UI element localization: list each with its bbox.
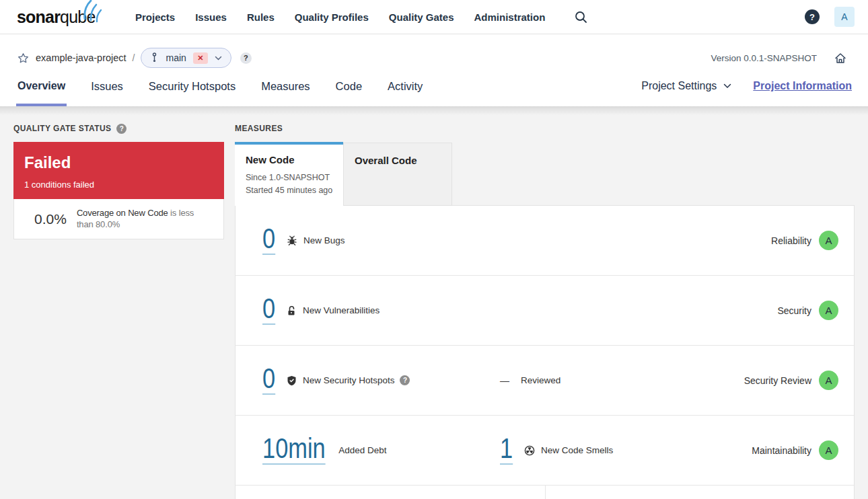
breadcrumb-project-link[interactable]: example-java-project [36, 52, 126, 63]
new-security-hotspots-label: New Security Hotspots [303, 375, 395, 385]
duplications-cell [546, 486, 854, 499]
branch-icon [150, 52, 159, 63]
chevron-down-icon [723, 83, 731, 89]
sonarqube-logo[interactable]: sonarqube [17, 7, 135, 27]
project-tabs: Overview Issues Security Hotspots Measur… [16, 80, 424, 106]
project-header: example-java-project / main ✕ ? Version … [0, 34, 868, 106]
overview-content: QUALITY GATE STATUS ? Failed 1 condition… [0, 106, 868, 499]
branch-help-icon[interactable]: ? [240, 52, 252, 64]
tab-new-code[interactable]: New Code Since 1.0-SNAPSHOT Started 45 m… [235, 142, 343, 206]
tab-overview[interactable]: Overview [16, 80, 67, 106]
new-vulnerabilities-label: New Vulnerabilities [303, 305, 379, 315]
tab-activity[interactable]: Activity [386, 80, 424, 106]
measure-row-bugs: 0 New Bugs Reliability A [236, 206, 854, 276]
quality-gate-section-title: QUALITY GATE STATUS ? [13, 124, 224, 132]
tab-measures[interactable]: Measures [260, 80, 311, 106]
new-code-smells-count-link[interactable]: 1 [500, 436, 513, 465]
added-debt-link[interactable]: 10min [262, 436, 326, 465]
reviewed-value: — [500, 375, 509, 386]
maintainability-label: Maintainability [752, 445, 811, 456]
branch-name: main [166, 52, 186, 63]
quality-gate-help-icon[interactable]: ? [116, 124, 126, 134]
quality-gate-card: Failed 1 conditions failed 0.0% Coverage… [13, 142, 224, 239]
nav-item-administration[interactable]: Administration [474, 11, 546, 23]
security-review-rating-badge[interactable]: A [819, 371, 838, 390]
home-icon[interactable] [834, 52, 846, 64]
measures-section-title: MEASURES [235, 124, 855, 132]
logo-swoosh-icon [83, 0, 103, 24]
search-button[interactable] [575, 11, 587, 24]
top-navigation: sonarqube Projects Issues Rules Quality … [0, 0, 868, 34]
measure-row-vulnerabilities: 0 New Vulnerabilities Security A [236, 276, 854, 346]
breadcrumb-separator: / [133, 52, 135, 63]
reliability-rating-badge[interactable]: A [819, 231, 838, 250]
security-label: Security [777, 305, 811, 316]
branch-selector[interactable]: main ✕ [141, 48, 231, 68]
new-security-hotspots-count-link[interactable]: 0 [262, 366, 275, 395]
nav-item-quality-gates[interactable]: Quality Gates [389, 11, 454, 23]
shield-icon [287, 375, 297, 386]
search-icon [575, 11, 587, 24]
branch-failed-badge: ✕ [193, 52, 208, 64]
code-smell-icon [524, 445, 535, 456]
hotspots-help-icon[interactable]: ? [400, 375, 410, 385]
quality-gate-conditions-summary: 1 conditions failed [24, 180, 213, 190]
condition-description: Coverage on New Code is less than 80.0% [77, 208, 213, 230]
chevron-down-icon [215, 56, 222, 61]
condition-value: 0.0% [34, 211, 67, 227]
nav-item-quality-profiles[interactable]: Quality Profiles [295, 11, 369, 23]
help-icon[interactable]: ? [805, 9, 820, 24]
tab-security-hotspots[interactable]: Security Hotspots [147, 80, 237, 106]
breadcrumb: example-java-project / main ✕ ? Version … [17, 48, 852, 68]
new-code-smells-label: New Code Smells [541, 445, 613, 455]
measure-row-maintainability: 10min Added Debt 1 New Code Smells [236, 416, 854, 486]
lock-open-icon [287, 305, 297, 316]
measures-panel: 0 New Bugs Reliability A [235, 205, 855, 499]
nav-menu: Projects Issues Rules Quality Profiles Q… [135, 11, 545, 23]
coverage-cell [236, 486, 546, 499]
measures-tabs: New Code Since 1.0-SNAPSHOT Started 45 m… [235, 142, 855, 206]
reviewed-label: Reviewed [521, 375, 560, 385]
tab-issues[interactable]: Issues [89, 80, 124, 106]
project-information-link[interactable]: Project Information [753, 80, 852, 92]
nav-item-projects[interactable]: Projects [135, 11, 175, 23]
security-review-label: Security Review [744, 375, 811, 386]
security-rating-badge[interactable]: A [819, 301, 838, 320]
project-version: Version 0.0.1-SNAPSHOT [711, 53, 817, 63]
added-debt-label: Added Debt [338, 445, 386, 455]
bug-icon [287, 235, 297, 246]
tab-overall-code[interactable]: Overall Code [343, 143, 452, 206]
quality-gate-condition-row[interactable]: 0.0% Coverage on New Code is less than 8… [13, 199, 224, 239]
new-bugs-label: New Bugs [303, 235, 345, 245]
measure-row-coverage-duplications [236, 486, 854, 499]
measure-row-hotspots: 0 New Security Hotspots ? — Reviewed [236, 346, 854, 416]
tab-code[interactable]: Code [334, 80, 363, 106]
new-bugs-count-link[interactable]: 0 [262, 226, 275, 255]
maintainability-rating-badge[interactable]: A [819, 440, 838, 460]
quality-gate-status-text: Failed [24, 153, 213, 172]
nav-item-rules[interactable]: Rules [247, 11, 275, 23]
avatar[interactable]: A [834, 7, 855, 27]
nav-item-issues[interactable]: Issues [195, 11, 227, 23]
new-vulnerabilities-count-link[interactable]: 0 [262, 296, 275, 325]
new-code-started: Started 45 minutes ago [246, 184, 338, 197]
reliability-label: Reliability [771, 235, 811, 246]
new-code-since: Since 1.0-SNAPSHOT [246, 171, 338, 184]
favorite-star-icon[interactable] [17, 52, 29, 64]
project-settings-menu[interactable]: Project Settings [641, 80, 731, 92]
quality-gate-status-failed: Failed 1 conditions failed [13, 142, 224, 199]
